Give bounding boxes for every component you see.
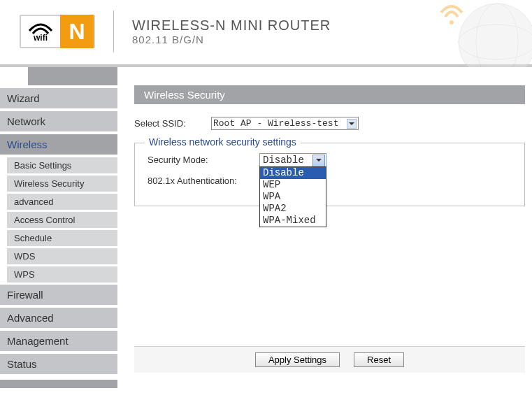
- security-mode-options: Disable WEP WPA WPA2 WPA-Mixed: [259, 166, 326, 227]
- ssid-select[interactable]: Root AP - Wireless-test: [211, 117, 359, 130]
- content: Wireless Security Select SSID: Root AP -…: [117, 67, 532, 388]
- sidebar-item-advanced[interactable]: Advanced: [0, 308, 117, 328]
- security-fieldset: Wireless network security settings Secur…: [134, 143, 525, 206]
- product-title: WIRELESS-N MINI ROUTER: [132, 17, 331, 34]
- sidebar-sub-access-control[interactable]: Access Control: [7, 212, 117, 228]
- security-mode-row: Security Mode: Disable Disable WEP WPA W…: [148, 153, 512, 167]
- security-mode-dropdown[interactable]: Disable Disable WEP WPA WPA2 WPA-Mixed: [259, 153, 326, 167]
- svg-text:wifi: wifi: [33, 33, 48, 42]
- security-mode-label: Security Mode:: [148, 153, 259, 165]
- svg-point-5: [450, 20, 454, 24]
- option-wpa-mixed[interactable]: WPA-Mixed: [260, 215, 326, 227]
- sidebar-item-status[interactable]: Status: [0, 354, 117, 374]
- sidebar-sub-advanced[interactable]: advanced: [7, 194, 117, 210]
- security-mode-value[interactable]: Disable: [259, 153, 326, 167]
- sidebar: Wizard Network Wireless Basic Settings W…: [0, 67, 117, 388]
- sidebar-item-wireless[interactable]: Wireless: [0, 134, 117, 155]
- sidebar-bottom-pad: [0, 380, 117, 388]
- n-logo: N: [60, 15, 94, 48]
- svg-point-1: [459, 3, 532, 67]
- footer-bar: Apply Settings Reset: [134, 346, 525, 373]
- sidebar-item-wizard[interactable]: Wizard: [0, 88, 117, 108]
- wifi-logo-text: wifi: [21, 21, 60, 42]
- sidebar-top-pad: [28, 67, 117, 85]
- logo: wifi N: [20, 15, 95, 48]
- sidebar-item-network[interactable]: Network: [0, 111, 117, 131]
- sidebar-item-management[interactable]: Management: [0, 331, 117, 351]
- fieldset-legend: Wireless network security settings: [145, 136, 301, 148]
- sidebar-sub-basic-settings[interactable]: Basic Settings: [7, 157, 117, 173]
- sidebar-item-firewall[interactable]: Firewall: [0, 285, 117, 305]
- page-title: Wireless Security: [134, 85, 525, 104]
- ssid-row: Select SSID: Root AP - Wireless-test: [134, 117, 525, 130]
- sidebar-sub-wireless-security[interactable]: Wireless Security: [7, 176, 117, 192]
- sidebar-sub-wds[interactable]: WDS: [7, 248, 117, 264]
- header: wifi N WIRELESS-N MINI ROUTER 802.11 B/G…: [0, 0, 532, 67]
- ssid-label: Select SSID:: [134, 118, 211, 129]
- option-wpa2[interactable]: WPA2: [260, 203, 326, 215]
- header-title: WIRELESS-N MINI ROUTER 802.11 B/G/N: [132, 17, 331, 45]
- sidebar-sub-wps[interactable]: WPS: [7, 266, 117, 283]
- option-wep[interactable]: WEP: [260, 179, 326, 191]
- ssid-value: Root AP - Wireless-test: [213, 118, 338, 129]
- auth-label: 802.1x Authentication:: [148, 174, 259, 186]
- product-subtitle: 802.11 B/G/N: [132, 34, 331, 45]
- sidebar-sub-schedule[interactable]: Schedule: [7, 230, 117, 246]
- header-divider: [113, 10, 114, 52]
- globe-icon: [420, 0, 532, 67]
- auth-row: 802.1x Authentication:: [148, 174, 512, 186]
- option-disable[interactable]: Disable: [260, 167, 326, 179]
- reset-button[interactable]: Reset: [354, 352, 404, 367]
- option-wpa[interactable]: WPA: [260, 191, 326, 203]
- apply-button[interactable]: Apply Settings: [255, 352, 340, 367]
